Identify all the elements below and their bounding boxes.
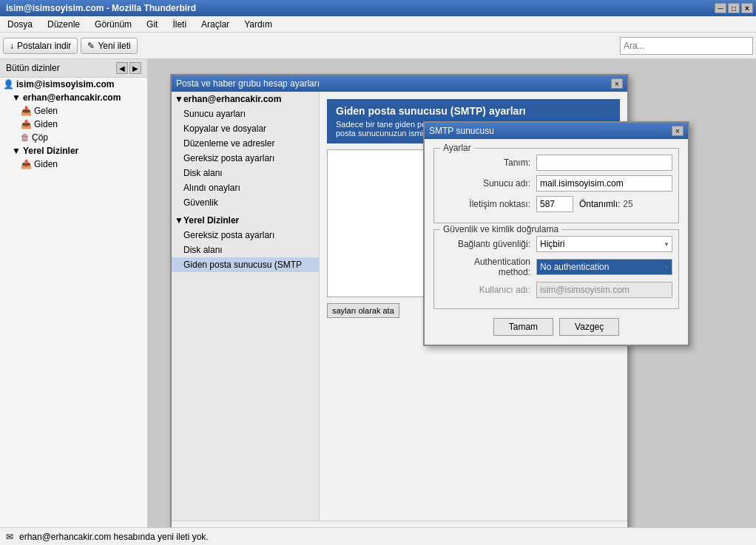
menu-araclar[interactable]: Araçlar xyxy=(197,18,234,31)
sidebar-nav: ◀ ▶ xyxy=(116,62,141,74)
trash-icon: 🗑 xyxy=(21,132,30,143)
download-mail-button[interactable]: ↓ Postaları indir xyxy=(3,38,78,54)
account-settings-close[interactable]: × xyxy=(611,78,623,89)
tanim-label: Tanım: xyxy=(440,158,536,168)
connection-select-wrapper: Hiçbiri STARTTLS SSL/TLS xyxy=(536,236,672,252)
nav-yerel-dizinler[interactable]: ▼ Yerel Dizinler xyxy=(172,213,319,228)
sidebar-header: Bütün dizinler ◀ ▶ xyxy=(0,59,147,78)
username-row: Kullanıcı adı: xyxy=(440,282,672,298)
account-settings-body: ▼ erhan@erhancakir.com Sunucu ayarları K… xyxy=(172,92,627,521)
ontanimi-value: 25 xyxy=(623,199,632,209)
search-input[interactable] xyxy=(620,37,753,55)
main-layout: Bütün dizinler ◀ ▶ 👤 isim@isimsoyisim.co… xyxy=(0,59,756,527)
close-button[interactable]: × xyxy=(741,3,753,13)
sidebar-item-giden-yerel[interactable]: 📤 Giden xyxy=(0,158,147,171)
minimize-button[interactable]: ─ xyxy=(715,3,726,13)
account-settings-titlebar: Posta ve haber grubu hesap ayarları × xyxy=(172,75,627,92)
auth-row: Authentication method: No authentication… xyxy=(440,257,672,277)
smtp-cancel-button[interactable]: Vazgeç xyxy=(559,318,619,336)
smtp-server-titlebar: SMTP sunucusu × xyxy=(425,123,688,139)
smtp-content: Giden posta sunucusu (SMTP) ayarları Sad… xyxy=(320,92,627,521)
smtp-settings-title: Ayarlar xyxy=(440,143,474,153)
smtp-security-group: Güvenlik ve kimlik doğrulama Bağlantı gü… xyxy=(433,229,679,309)
sunucu-row: Sunucu adı: xyxy=(440,175,672,192)
nav-expand-icon: ▼ xyxy=(175,94,183,104)
nav-sunucu-ayarlari[interactable]: Sunucu ayarları xyxy=(172,106,319,121)
account-settings-dialog: Posta ve haber grubu hesap ayarları × ▼ … xyxy=(170,74,629,527)
nav-gereksiz-posta[interactable]: Gereksiz posta ayarları xyxy=(172,151,319,166)
compose-icon: ✎ xyxy=(87,41,95,51)
smtp-panel-title: Giden posta sunucusu (SMTP) ayarları xyxy=(336,105,611,117)
nav-kopyalar[interactable]: Kopyalar ve dosyalar xyxy=(172,121,319,136)
account-settings-footer: Tamam Vazgeç xyxy=(172,521,627,527)
download-label: Postaları indir xyxy=(17,41,71,51)
maximize-button[interactable]: □ xyxy=(728,3,740,13)
status-bar: ✉ erhan@erhancakir.com hesabında yeni il… xyxy=(0,527,756,545)
sunucu-input[interactable] xyxy=(536,175,672,192)
nav-duzenle-adresler[interactable]: Düzenleme ve adresler xyxy=(172,136,319,151)
nav-next-button[interactable]: ▶ xyxy=(129,62,141,74)
auth-label: Authentication method: xyxy=(440,257,536,277)
all-dirs-label: Bütün dizinler xyxy=(6,63,60,73)
menu-ileti[interactable]: İleti xyxy=(168,18,191,31)
sidebar: Bütün dizinler ◀ ▶ 👤 isim@isimsoyisim.co… xyxy=(0,59,148,527)
sidebar-yerel-dizinler[interactable]: ▼ Yerel Dizinler xyxy=(0,144,147,158)
sunucu-label: Sunucu adı: xyxy=(440,178,536,189)
smtp-assign-button[interactable]: sayları olarak ata xyxy=(327,303,399,318)
menu-yardim[interactable]: Yardım xyxy=(240,18,277,31)
account-settings-title: Posta ve haber grubu hesap ayarları xyxy=(176,78,320,89)
yerel-dizinler-icon: ▼ xyxy=(12,146,21,156)
inbox-icon: 📥 xyxy=(21,106,32,116)
smtp-server-close[interactable]: × xyxy=(672,126,684,136)
status-text: erhan@erhancakir.com hesabında yeni ilet… xyxy=(19,532,209,542)
port-row: İletişim noktası: Öntanımlı: 25 xyxy=(440,196,672,212)
nav-disk-alani[interactable]: Disk alanı xyxy=(172,166,319,180)
menu-bar: Dosya Düzenle Görünüm Git İleti Araçlar … xyxy=(0,16,756,33)
smtp-dialog-buttons: Tamam Vazgeç xyxy=(433,318,679,336)
auth-select-wrapper: No authentication Normal password Encryp… xyxy=(536,259,672,275)
smtp-security-title: Güvenlik ve kimlik doğrulama xyxy=(440,224,561,234)
account-settings-nav: ▼ erhan@erhancakir.com Sunucu ayarları K… xyxy=(172,92,320,521)
smtp-server-body: Ayarlar Tanım: Sunucu adı: xyxy=(425,139,688,345)
sidebar-item-giden[interactable]: 📤 Giden xyxy=(0,118,147,131)
port-label: İletişim noktası: xyxy=(440,199,536,209)
menu-git[interactable]: Git xyxy=(142,18,162,31)
account-erhan-icon: ▼ xyxy=(12,92,21,103)
nav-alindi-onaylari[interactable]: Alındı onayları xyxy=(172,180,319,195)
tanim-row: Tanım: xyxy=(440,155,672,171)
nav-erhan-account[interactable]: ▼ erhan@erhancakir.com xyxy=(172,92,319,106)
sidebar-item-cop[interactable]: 🗑 Çöp xyxy=(0,131,147,144)
connection-select[interactable]: Hiçbiri STARTTLS SSL/TLS xyxy=(536,236,672,252)
toolbar: ↓ Postaları indir ✎ Yeni ileti xyxy=(0,33,756,59)
tanim-input[interactable] xyxy=(536,155,672,171)
nav-yerel-expand-icon: ▼ xyxy=(175,215,183,226)
nav-guvenlik[interactable]: Güvenlik xyxy=(172,195,319,210)
sent-yerel-icon: 📤 xyxy=(21,159,32,169)
status-icon: ✉ xyxy=(6,532,13,542)
new-message-label: Yeni ileti xyxy=(98,41,130,51)
menu-dosya[interactable]: Dosya xyxy=(3,18,37,31)
window-title: isim@isimsoyisim.com - Mozilla Thunderbi… xyxy=(3,3,196,13)
download-icon: ↓ xyxy=(10,41,14,51)
nav-giden-posta-smtp[interactable]: Giden posta sunucusu (SMTP xyxy=(172,257,319,272)
ontanimi-label: Öntanımlı: xyxy=(579,199,620,209)
sent-icon: 📤 xyxy=(21,119,32,129)
nav-gereksiz-yerel[interactable]: Gereksiz posta ayarları xyxy=(172,228,319,243)
search-area xyxy=(620,37,753,55)
nav-disk-yerel[interactable]: Disk alanı xyxy=(172,243,319,257)
smtp-server-dialog: SMTP sunucusu × Ayarlar Tanım: xyxy=(423,121,689,346)
menu-duzenle[interactable]: Düzenle xyxy=(43,18,84,31)
username-input xyxy=(536,282,672,298)
auth-select[interactable]: No authentication Normal password Encryp… xyxy=(536,259,672,275)
connection-label: Bağlantı güvenliği: xyxy=(440,239,536,249)
sidebar-account-erhan[interactable]: ▼ erhan@erhancakir.com xyxy=(0,91,147,104)
smtp-ok-button[interactable]: Tamam xyxy=(493,318,553,336)
sidebar-item-gelen[interactable]: 📥 Gelen xyxy=(0,104,147,118)
smtp-settings-group: Ayarlar Tanım: Sunucu adı: xyxy=(433,148,679,223)
new-message-button[interactable]: ✎ Yeni ileti xyxy=(81,38,137,54)
smtp-server-dialog-title: SMTP sunucusu xyxy=(429,126,494,136)
port-input[interactable] xyxy=(536,196,573,212)
nav-prev-button[interactable]: ◀ xyxy=(116,62,128,74)
window-controls: ─ □ × xyxy=(715,3,753,13)
menu-gorunum[interactable]: Görünüm xyxy=(90,18,136,31)
